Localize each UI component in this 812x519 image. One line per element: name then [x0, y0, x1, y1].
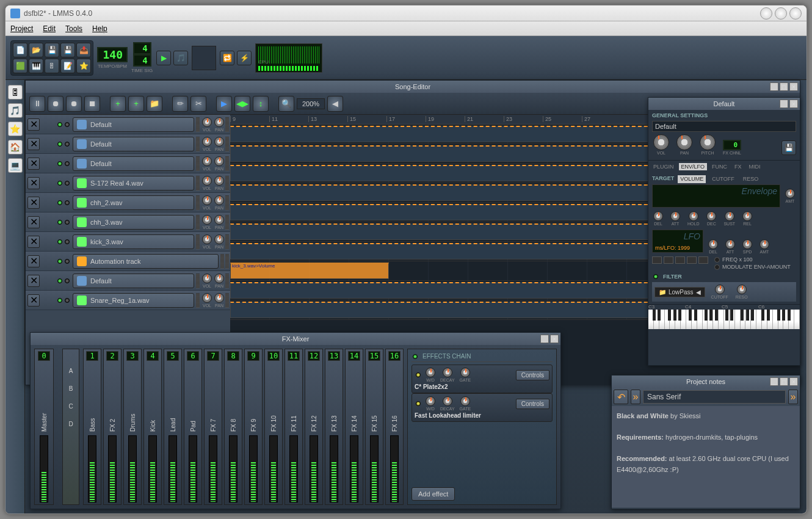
effect-led[interactable] — [416, 372, 421, 377]
solo-led[interactable] — [65, 181, 70, 186]
fx-strip[interactable]: 9FX 9 — [244, 349, 263, 505]
cutoff-knob[interactable] — [715, 285, 725, 294]
track-settings-button[interactable]: ✕ — [27, 197, 40, 209]
track-grip[interactable] — [196, 293, 200, 308]
lfo-att-knob[interactable] — [725, 239, 735, 249]
track-name-field[interactable]: Default — [73, 117, 194, 132]
filter-led[interactable] — [653, 274, 658, 279]
effect-controls-button[interactable]: Controls — [516, 370, 549, 380]
save-button[interactable]: 💾 — [45, 43, 59, 57]
fx-strip[interactable]: 6Pad — [184, 349, 202, 505]
sidebar-samples[interactable]: 🎵 — [8, 103, 23, 118]
auto-button[interactable]: 🔁 — [220, 51, 234, 65]
fx-fader[interactable] — [330, 435, 338, 503]
expand2-button[interactable]: » — [788, 390, 798, 404]
fx-fader[interactable] — [108, 435, 117, 503]
piano-roll-button[interactable]: 🎹 — [29, 59, 43, 73]
fx-strip[interactable]: 13FX 13 — [325, 349, 343, 505]
track-name-field[interactable]: Default — [73, 274, 194, 288]
fx-strip[interactable]: 4Kick — [143, 349, 162, 505]
fx-fader[interactable] — [370, 435, 379, 503]
undo-button[interactable]: ↶ — [614, 390, 628, 404]
track-pan-knob[interactable] — [214, 137, 224, 147]
track-name-field[interactable]: Default — [73, 156, 194, 171]
loop-end-button[interactable]: ↕ — [253, 96, 269, 112]
zoom-icon[interactable]: 🔍 — [278, 96, 294, 112]
font-select[interactable]: Sans Serif — [643, 390, 786, 404]
fx-strip[interactable]: 14FX 14 — [345, 349, 363, 505]
mute-led[interactable] — [57, 220, 62, 225]
fx-mixer-titlebar[interactable]: FX-Mixer _ × — [31, 333, 560, 345]
automation-pattern[interactable]: kick_3.wav>Volume — [230, 263, 389, 279]
piano-black-key[interactable] — [751, 310, 754, 321]
piano-black-key[interactable] — [658, 310, 661, 321]
mute-led[interactable] — [57, 259, 62, 264]
lfo-display[interactable]: LFO ms/LFO: 1999 — [652, 230, 703, 253]
piano-black-key[interactable] — [694, 310, 697, 321]
fx-strip[interactable]: 10FX 10 — [264, 349, 283, 505]
piano-black-key[interactable] — [767, 310, 770, 321]
hq-button[interactable]: ⚡ — [237, 51, 252, 65]
fx-fader[interactable] — [128, 435, 137, 503]
add-sample-track-button[interactable]: + — [128, 96, 144, 112]
track-grip[interactable] — [196, 274, 200, 288]
track-vol-knob[interactable] — [202, 176, 212, 186]
track-grip[interactable] — [196, 195, 200, 210]
track-pan-knob[interactable] — [214, 293, 224, 303]
song-min-button[interactable]: _ — [770, 82, 778, 91]
env-dec-knob[interactable] — [706, 211, 716, 221]
track-pan-knob[interactable] — [214, 234, 224, 244]
send-a[interactable]: A — [69, 368, 73, 374]
fx-fader[interactable] — [209, 435, 217, 503]
open-file-button[interactable]: 📂 — [29, 43, 43, 57]
timesig-num[interactable]: 4 — [133, 42, 151, 54]
fx-fader[interactable] — [390, 435, 399, 503]
notes-max-button[interactable]: □ — [780, 377, 788, 386]
send-d[interactable]: D — [68, 421, 73, 427]
send-b[interactable]: B — [69, 385, 73, 392]
fx-min-button[interactable]: _ — [540, 335, 549, 343]
add-effect-button[interactable]: Add effect — [411, 487, 455, 501]
add-bb-track-button[interactable]: + — [110, 96, 126, 112]
fx-strip-master[interactable]: 0 Master — [34, 349, 54, 505]
track-grip[interactable] — [196, 137, 200, 151]
fx-fader[interactable] — [350, 435, 358, 503]
song-play-button[interactable]: ⏸ — [29, 96, 45, 112]
master-fader[interactable] — [40, 435, 48, 503]
piano-key[interactable] — [735, 310, 741, 329]
controller-button[interactable]: ⭐ — [76, 59, 91, 73]
track-resize[interactable] — [225, 156, 229, 171]
piano-keyboard[interactable]: C3C4C5C6 — [648, 305, 800, 329]
save-as-button[interactable]: 💾 — [60, 43, 75, 57]
sidebar-instruments[interactable]: 🎛 — [8, 85, 23, 100]
fx-strip[interactable]: 2FX 2 — [103, 349, 121, 505]
track-name-field[interactable]: chh_2.wav — [73, 195, 194, 210]
track-settings-button[interactable]: ✕ — [27, 118, 40, 131]
zoom-menu-button[interactable]: ◀ — [327, 96, 343, 112]
menu-help[interactable]: Help — [92, 24, 107, 33]
track-settings-button[interactable]: ✕ — [27, 216, 40, 228]
new-file-button[interactable]: 📄 — [13, 43, 27, 57]
track-resize[interactable] — [225, 293, 229, 308]
instrument-titlebar[interactable]: Default _ × — [648, 98, 800, 110]
track-vol-knob[interactable] — [202, 293, 212, 303]
track-grip[interactable] — [220, 254, 224, 269]
play-button[interactable]: ▶ — [156, 51, 171, 65]
effect-controls-button[interactable]: Controls — [516, 399, 549, 409]
tempo-display[interactable]: 140 — [97, 47, 128, 62]
mute-led[interactable] — [57, 142, 62, 147]
piano-black-key[interactable] — [653, 310, 656, 321]
track-vol-knob[interactable] — [202, 117, 212, 127]
fx-strip[interactable]: 5Lead — [164, 349, 182, 505]
solo-led[interactable] — [65, 142, 70, 147]
fx-close-button[interactable]: × — [550, 335, 559, 343]
tab-fx[interactable]: FX — [732, 163, 744, 170]
mute-led[interactable] — [57, 200, 62, 205]
menu-edit[interactable]: Edit — [43, 24, 56, 33]
fx-gate-knob[interactable] — [460, 396, 470, 406]
track-pan-knob[interactable] — [214, 195, 224, 205]
solo-led[interactable] — [65, 239, 70, 244]
fx-fader[interactable] — [88, 435, 96, 503]
track-resize[interactable] — [225, 274, 229, 288]
save-preset-button[interactable]: 💾 — [781, 140, 796, 155]
